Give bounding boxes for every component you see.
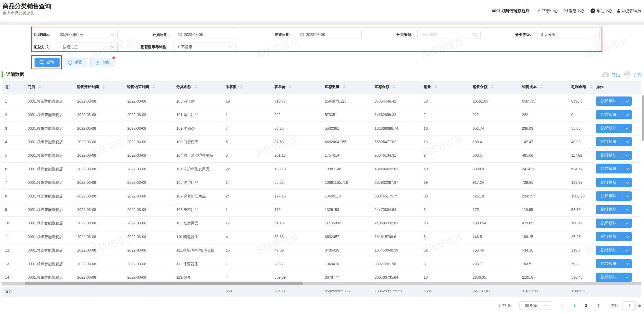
svg-text:?: ? [592,9,594,13]
